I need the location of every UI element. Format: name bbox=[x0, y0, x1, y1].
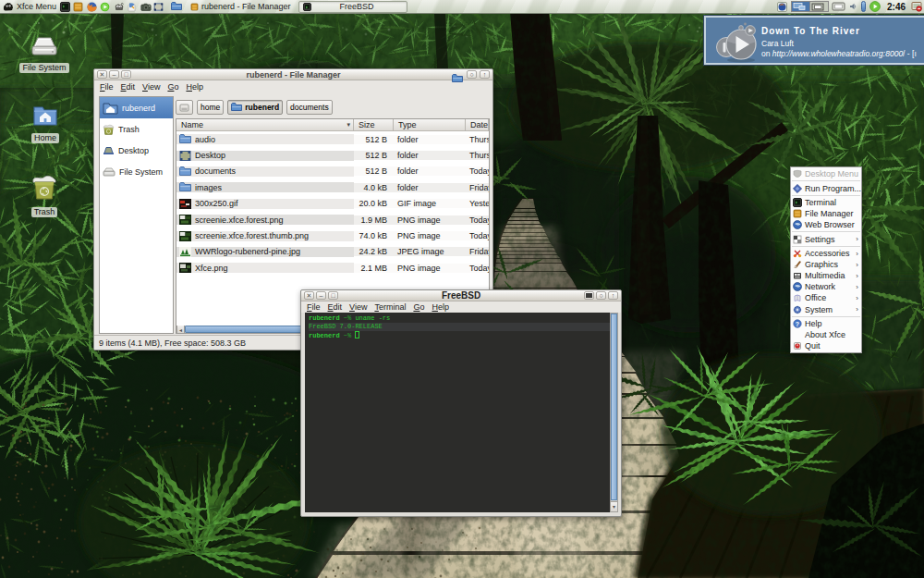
svg-text:?: ? bbox=[796, 321, 799, 327]
